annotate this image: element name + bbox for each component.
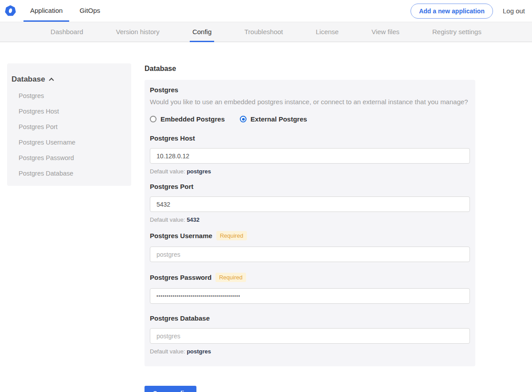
field-label: Postgres Username Required	[150, 231, 470, 240]
postgres-host-input[interactable]	[150, 148, 470, 164]
radio-label: Embedded Postgres	[160, 115, 225, 123]
default-value-text: postgres	[187, 168, 211, 175]
subnav-tab-config[interactable]: Config	[190, 22, 214, 42]
add-application-button[interactable]: Add a new application	[411, 4, 493, 19]
sidebar-item-postgres-password[interactable]: Postgres Password	[19, 155, 127, 161]
default-value-text: 5432	[187, 216, 200, 223]
subnav-tab-view-files[interactable]: View files	[369, 22, 402, 42]
app-logo-icon	[4, 5, 16, 17]
postgres-password-input[interactable]	[150, 288, 470, 304]
logout-link[interactable]: Log out	[503, 7, 525, 15]
field-label: Postgres Password Required	[150, 273, 470, 282]
top-nav: Application GitOps	[23, 0, 110, 22]
radio-label: External Postgres	[250, 115, 307, 123]
required-badge: Required	[216, 231, 247, 240]
sidebar-item-postgres[interactable]: Postgres	[19, 93, 127, 99]
field-postgres-host: Postgres Host Default value: postgres	[150, 134, 470, 175]
field-postgres-database: Postgres Database Default value: postgre…	[150, 314, 470, 355]
radio-selected-icon	[240, 116, 246, 122]
default-value-label: Default value:	[150, 348, 185, 355]
postgres-port-input[interactable]	[150, 196, 470, 212]
radio-unselected-icon	[150, 116, 156, 122]
radio-embedded-postgres[interactable]: Embedded Postgres	[150, 115, 225, 123]
field-label-text: Postgres Password	[150, 274, 211, 281]
field-label-text: Postgres Username	[150, 232, 212, 239]
radio-external-postgres[interactable]: External Postgres	[240, 115, 307, 123]
default-value-label: Default value:	[150, 216, 185, 223]
radio-group-label: Postgres	[150, 86, 470, 94]
radio-group-description: Would you like to use an embedded postgr…	[150, 98, 470, 106]
top-header: Application GitOps Add a new application…	[0, 0, 532, 22]
field-postgres-password: Postgres Password Required	[150, 273, 470, 304]
top-tab-application[interactable]: Application	[23, 0, 69, 22]
subnav-tab-registry-settings[interactable]: Registry settings	[430, 22, 484, 42]
default-value-text: postgres	[187, 348, 211, 355]
default-value-label: Default value:	[150, 168, 185, 175]
sidebar-item-postgres-host[interactable]: Postgres Host	[19, 108, 127, 115]
field-label: Postgres Port	[150, 183, 470, 190]
topbar-right: Add a new application Log out	[411, 0, 532, 22]
chevron-up-icon	[49, 78, 54, 82]
subnav-tab-license[interactable]: License	[313, 22, 341, 42]
subnav-tab-version-history[interactable]: Version history	[113, 22, 162, 42]
config-panel: Postgres Would you like to use an embedd…	[145, 80, 475, 366]
app-subnav: Dashboard Version history Config Trouble…	[0, 22, 532, 42]
postgres-username-input[interactable]	[150, 247, 470, 262]
postgres-radio-group: Embedded Postgres External Postgres	[150, 115, 470, 123]
config-main: Database Postgres Would you like to use …	[145, 63, 475, 392]
default-value-helper: Default value: 5432	[150, 216, 470, 223]
top-tab-label: GitOps	[79, 7, 100, 14]
default-value-helper: Default value: postgres	[150, 168, 470, 175]
content-area: Database Postgres Postgres Host Postgres…	[0, 63, 532, 392]
field-label: Postgres Database	[150, 314, 470, 322]
sidebar-item-postgres-database[interactable]: Postgres Database	[19, 170, 127, 177]
top-tab-gitops[interactable]: GitOps	[73, 0, 107, 22]
default-value-helper: Default value: postgres	[150, 348, 470, 355]
sidebar-group-database[interactable]: Database	[12, 75, 127, 84]
field-label: Postgres Host	[150, 134, 470, 142]
top-tab-label: Application	[30, 7, 63, 14]
required-badge: Required	[215, 273, 246, 282]
page-title: Database	[145, 65, 475, 73]
subnav-tab-dashboard[interactable]: Dashboard	[48, 22, 86, 42]
app-logo[interactable]	[4, 0, 16, 22]
save-config-button[interactable]: Save config	[145, 386, 196, 392]
sidebar-item-postgres-username[interactable]: Postgres Username	[19, 139, 127, 146]
postgres-database-input[interactable]	[150, 328, 470, 344]
field-postgres-port: Postgres Port Default value: 5432	[150, 183, 470, 223]
field-postgres-username: Postgres Username Required	[150, 231, 470, 262]
sidebar-group-title: Database	[12, 75, 45, 84]
sidebar-item-postgres-port[interactable]: Postgres Port	[19, 124, 127, 130]
subnav-tab-troubleshoot[interactable]: Troubleshoot	[242, 22, 286, 42]
config-sidebar: Database Postgres Postgres Host Postgres…	[7, 63, 131, 186]
